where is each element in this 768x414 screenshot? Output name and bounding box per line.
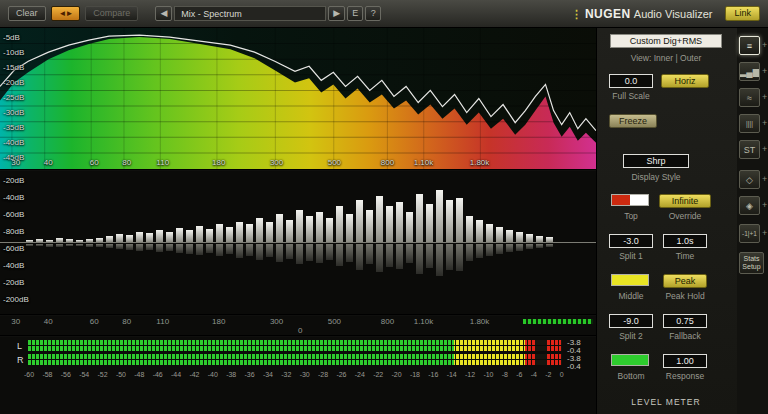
add-histogram-view-button[interactable]: + xyxy=(762,67,767,76)
override-button[interactable]: Infinite xyxy=(659,194,711,208)
band-bar-up xyxy=(426,204,433,242)
horiz-button[interactable]: Horiz xyxy=(661,74,709,88)
meter-scale-label: -36 xyxy=(245,371,255,378)
compare-button[interactable]: Compare xyxy=(85,6,138,21)
band-bar-up xyxy=(536,236,543,242)
band-bar-down xyxy=(486,244,493,256)
stats-setup-button[interactable]: Stats Setup xyxy=(739,252,764,274)
freq-tick-label: 60 xyxy=(90,159,99,167)
band-bar-up xyxy=(196,226,203,242)
band-bar-up xyxy=(146,233,153,242)
preset-play-button[interactable]: ▶ xyxy=(328,6,345,21)
time-value[interactable]: 1.0s xyxy=(663,234,707,248)
band-bar-up xyxy=(386,206,393,242)
level-meter-title: LEVEL METER xyxy=(601,398,731,407)
full-scale-value[interactable]: 0.0 xyxy=(609,74,653,88)
band-bar-down xyxy=(26,244,33,246)
bottom-color-swatch[interactable] xyxy=(611,354,649,366)
freq-tick-label: 30 xyxy=(11,318,20,326)
band-bar-up xyxy=(286,220,293,242)
preset-prev-button[interactable]: ◀ xyxy=(155,6,172,21)
band-bar-down xyxy=(166,244,173,251)
freq-tick-label: 80 xyxy=(122,159,131,167)
band-bar-down xyxy=(126,244,133,250)
help-button[interactable]: ? xyxy=(365,6,381,21)
band-bar-up xyxy=(136,232,143,242)
histogram-view-button[interactable]: ▂▄▆ xyxy=(739,62,760,81)
spectrum-view-button[interactable]: |||| xyxy=(739,114,760,133)
band-bar-up xyxy=(156,230,163,242)
level-meter-bar xyxy=(28,346,562,351)
middle-color-swatch[interactable] xyxy=(611,274,649,286)
band-bar-up xyxy=(66,239,73,242)
minus-plus-view-button[interactable]: -1|+1 xyxy=(739,224,760,243)
band-bar-up xyxy=(236,222,243,242)
level-meter-bar xyxy=(28,354,562,359)
preset-edit-button[interactable]: E xyxy=(347,6,363,21)
band-bar-up xyxy=(246,224,253,242)
meter-scale-label: -54 xyxy=(79,371,89,378)
add-spectrum-view-button[interactable]: + xyxy=(762,119,767,128)
waveform-view-button[interactable]: ≈ xyxy=(739,88,760,107)
freq-tick-label: 1.80k xyxy=(470,318,490,326)
meter-scale-label: -16 xyxy=(428,371,438,378)
display-style-value[interactable]: Shrp xyxy=(623,154,689,168)
band-bar-up xyxy=(476,220,483,242)
band-bar-up xyxy=(26,240,33,242)
band-bar-up xyxy=(76,240,83,242)
band-bar-down xyxy=(476,244,483,258)
db-axis-label: -10dB xyxy=(3,49,24,57)
add-stereo-view-button[interactable]: + xyxy=(762,145,767,154)
meter-mode-select[interactable]: Custom Dig+RMS xyxy=(610,34,722,48)
preset-name-field[interactable]: Mix - Spectrum xyxy=(174,6,326,21)
level-meter-fill xyxy=(28,340,535,345)
add-meter-view-button[interactable]: + xyxy=(762,41,767,50)
band-bar-down xyxy=(506,244,513,252)
add-vectorscope-view-button[interactable]: + xyxy=(762,175,767,184)
meter-scale-label: -4 xyxy=(531,371,537,378)
meter-scale-label: -12 xyxy=(465,371,475,378)
display-style-label: Display Style xyxy=(601,173,711,182)
freq-tick-label: 40 xyxy=(44,159,53,167)
meter-scale-label: -10 xyxy=(483,371,493,378)
band-db-axis-label: -20dB xyxy=(3,177,24,185)
band-bar-down xyxy=(536,244,543,248)
band-bar-up xyxy=(226,227,233,242)
meter-view-button[interactable]: ≡ xyxy=(739,36,760,55)
db-axis-label: -5dB xyxy=(3,34,20,42)
response-value[interactable]: 1.00 xyxy=(663,354,707,368)
band-bar-down xyxy=(406,244,413,263)
band-bar-up xyxy=(516,232,523,242)
freeze-button[interactable]: Freeze xyxy=(609,114,657,128)
band-bar-down xyxy=(356,244,363,270)
band-bar-up xyxy=(106,236,113,242)
band-bar-down xyxy=(176,244,183,253)
band-bar-up xyxy=(526,234,533,242)
channel-label: L xyxy=(17,342,22,351)
meter-scale-label: -26 xyxy=(336,371,346,378)
band-bar-down xyxy=(346,244,353,262)
band-bar-up xyxy=(316,212,323,242)
correlation-view-button[interactable]: ◈ xyxy=(739,196,760,215)
split1-value[interactable]: -3.0 xyxy=(609,234,653,248)
mini-level-strip xyxy=(523,319,593,324)
band-bar-up xyxy=(496,227,503,242)
meter-scale-label: -32 xyxy=(281,371,291,378)
stereo-view-button[interactable]: ST xyxy=(739,140,760,159)
top-color-swatch[interactable] xyxy=(611,194,649,206)
band-bar-down xyxy=(196,244,203,255)
link-button[interactable]: Link xyxy=(725,6,760,21)
add-minus-plus-view-button[interactable]: + xyxy=(762,229,767,238)
peak-button[interactable]: Peak xyxy=(663,274,707,288)
fallback-value[interactable]: 0.75 xyxy=(663,314,707,328)
ab-swap-button[interactable]: ◄► xyxy=(51,6,81,21)
freq-tick-label: 300 xyxy=(270,159,283,167)
add-waveform-view-button[interactable]: + xyxy=(762,93,767,102)
band-db-axis-label: -60dB xyxy=(3,211,24,219)
vectorscope-view-button[interactable]: ◇ xyxy=(739,170,760,189)
add-correlation-view-button[interactable]: + xyxy=(762,201,767,210)
split2-value[interactable]: -9.0 xyxy=(609,314,653,328)
spectrum-panel: -5dB-10dB-15dB-20dB-25dB-30dB-35dB-40dB-… xyxy=(0,28,596,170)
clear-button[interactable]: Clear xyxy=(8,6,46,21)
band-bar-up xyxy=(36,239,43,242)
